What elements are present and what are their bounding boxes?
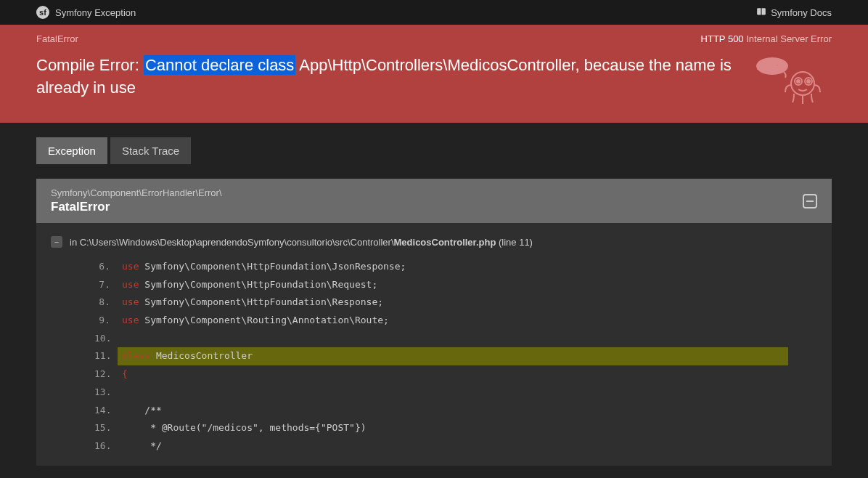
msg-highlight: Cannot declare class	[144, 55, 295, 75]
svg-text:Exception!: Exception!	[758, 63, 787, 70]
error-banner: FatalError HTTP 500 Internal Server Erro…	[0, 25, 868, 123]
trace-body: − in C:\Users\Windows\Desktop\aprendendo…	[36, 223, 832, 466]
error-classname: FatalError	[51, 200, 222, 214]
http-status-text: Internal Server Error	[746, 33, 832, 44]
panel-title: Symfony\Component\ErrorHandler\Error\ Fa…	[51, 187, 222, 214]
line-number: 13.	[94, 384, 118, 402]
http-status-wrap: HTTP 500 Internal Server Error	[701, 33, 832, 44]
line-content: */	[118, 437, 788, 455]
line-content: class MedicosController	[118, 347, 788, 365]
error-type: FatalError	[36, 33, 78, 44]
line-content: /**	[118, 402, 788, 420]
line-number: 12.	[94, 365, 118, 384]
line-content: {	[118, 365, 788, 384]
trace-toggle-button[interactable]: −	[51, 236, 62, 248]
trace-file: MedicosController.php	[394, 237, 496, 248]
code-line: 16. */	[94, 437, 788, 455]
line-number: 11.	[94, 347, 118, 365]
panel-header: Symfony\Component\ErrorHandler\Error\ Fa…	[36, 179, 832, 223]
tab-stack-trace[interactable]: Stack Trace	[110, 137, 191, 164]
minus-icon	[806, 197, 814, 206]
app-title-text: Symfony Exception	[55, 7, 136, 18]
line-number: 15.	[94, 419, 118, 437]
line-content	[118, 330, 788, 348]
line-number: 8.	[94, 293, 118, 312]
error-namespace: Symfony\Component\ErrorHandler\Error\	[51, 187, 222, 198]
ghost-mascot: Exception!	[752, 54, 832, 108]
keyword: use	[122, 279, 139, 290]
line-number: 6.	[94, 258, 118, 276]
code-line: 8.use Symfony\Component\HttpFoundation\R…	[94, 293, 788, 312]
trace-path: in C:\Users\Windows\Desktop\aprendendoSy…	[70, 237, 533, 248]
docs-link-label: Symfony Docs	[771, 7, 832, 18]
symfony-icon: sf	[36, 6, 49, 19]
keyword: class	[122, 350, 150, 361]
code-block: 6.use Symfony\Component\HttpFoundation\J…	[94, 258, 788, 455]
line-content: * @Route("/medicos", methods={"POST"})	[118, 419, 788, 437]
code-line: 10.	[94, 330, 788, 348]
line-number: 7.	[94, 276, 118, 294]
main-content: Exception Stack Trace Symfony\Component\…	[0, 123, 868, 478]
book-icon	[756, 7, 766, 17]
line-number: 10.	[94, 330, 118, 348]
code-line: 15. * @Route("/medicos", methods={"POST"…	[94, 419, 788, 437]
line-number: 14.	[94, 402, 118, 420]
tab-bar: Exception Stack Trace	[36, 137, 832, 164]
trace-location: − in C:\Users\Windows\Desktop\aprendendo…	[36, 233, 832, 251]
app-title: sf Symfony Exception	[36, 6, 136, 19]
keyword: use	[122, 315, 139, 325]
top-bar: sf Symfony Exception Symfony Docs	[0, 0, 868, 25]
line-content: use Symfony\Component\Routing\Annotation…	[118, 312, 788, 330]
keyword: use	[122, 261, 139, 272]
code-line: 12.{	[94, 365, 788, 384]
banner-main: Compile Error: Cannot declare class App\…	[36, 54, 832, 108]
panel-collapse-button[interactable]	[803, 194, 817, 208]
line-content	[118, 384, 788, 402]
line-number: 16.	[94, 437, 118, 455]
code-line: 6.use Symfony\Component\HttpFoundation\J…	[94, 258, 788, 276]
line-content: use Symfony\Component\HttpFoundation\Req…	[118, 276, 788, 294]
line-content: use Symfony\Component\HttpFoundation\Jso…	[118, 258, 788, 276]
code-line: 14. /**	[94, 402, 788, 420]
code-line: 7.use Symfony\Component\HttpFoundation\R…	[94, 276, 788, 294]
banner-meta: FatalError HTTP 500 Internal Server Erro…	[36, 33, 832, 44]
http-status: HTTP 500	[701, 33, 744, 44]
svg-point-6	[807, 80, 810, 83]
svg-rect-7	[806, 200, 814, 202]
code-line: 9.use Symfony\Component\Routing\Annotati…	[94, 312, 788, 330]
docs-link[interactable]: Symfony Docs	[756, 7, 832, 18]
keyword: {	[122, 368, 128, 379]
error-message: Compile Error: Cannot declare class App\…	[36, 54, 737, 100]
line-content: use Symfony\Component\HttpFoundation\Res…	[118, 293, 788, 312]
svg-point-4	[797, 80, 800, 83]
code-line: 13.	[94, 384, 788, 402]
line-number: 9.	[94, 312, 118, 330]
msg-prefix: Compile Error:	[36, 56, 144, 74]
keyword: use	[122, 296, 139, 307]
code-line: 11.class MedicosController	[94, 347, 788, 365]
tab-exception[interactable]: Exception	[36, 137, 107, 164]
